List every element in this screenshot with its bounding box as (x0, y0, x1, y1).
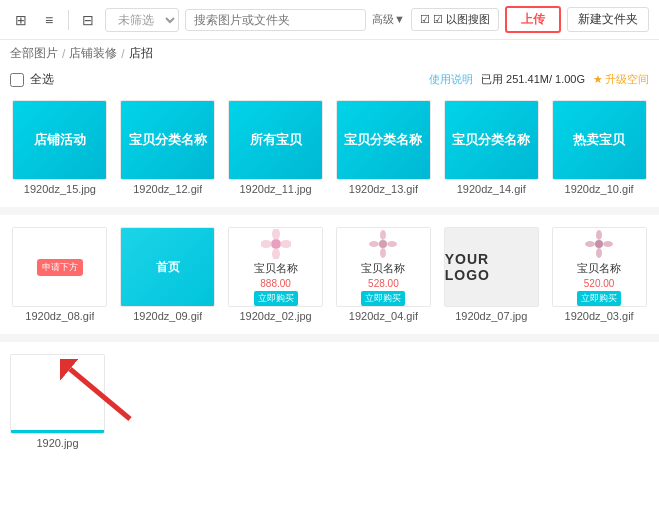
file-name: 1920dz_13.gif (349, 183, 418, 195)
file-name: 1920dz_12.gif (133, 183, 202, 195)
select-all-area: 全选 (10, 71, 54, 88)
select-all-label: 全选 (30, 71, 54, 88)
thumbnail[interactable]: 宝贝名称 528.00 立即购买 (336, 227, 431, 307)
file-name: 1920dz_03.gif (565, 310, 634, 322)
thumb-content: 宝贝名称 520.00 立即购买 (553, 228, 646, 306)
list-item: 宝贝名称 528.00 立即购买 1920dz_04.gif (334, 227, 434, 322)
svg-point-8 (369, 241, 379, 247)
thumb-content: 宝贝名称 888.00 立即购买 (229, 228, 322, 306)
svg-point-10 (595, 240, 603, 248)
sub-toolbar: 全选 使用说明 已用 251.41M/ 1.00G ★ 升级空间 (0, 67, 659, 92)
section-separator (0, 207, 659, 215)
thumbnail[interactable] (10, 354, 105, 434)
badge-label: 申请下方 (37, 259, 83, 276)
thumb-content (11, 355, 104, 433)
svg-point-4 (280, 240, 291, 248)
list-item: 宝贝名称 888.00 立即购买 1920dz_02.jpg (226, 227, 326, 322)
grid-view-icon[interactable]: ⊞ (10, 9, 32, 31)
svg-point-11 (596, 230, 602, 240)
product-name-label: 宝贝名称 (577, 261, 621, 276)
file-name: 1920dz_10.gif (565, 183, 634, 195)
breadcrumb-sep2: / (121, 47, 124, 61)
svg-point-9 (387, 241, 397, 247)
product-name-label: 宝贝名称 (361, 261, 405, 276)
image-grid-row3: 1920.jpg (0, 346, 659, 457)
list-item: 所有宝贝 1920dz_11.jpg (226, 100, 326, 195)
breadcrumb-shop-decor[interactable]: 店铺装修 (69, 45, 117, 62)
list-item: 宝贝名称 520.00 立即购买 1920dz_03.gif (549, 227, 649, 322)
file-name: 1920dz_15.jpg (24, 183, 96, 195)
thumbnail[interactable]: 热卖宝贝 (552, 100, 647, 180)
new-folder-button[interactable]: 新建文件夹 (567, 7, 649, 32)
thumbnail[interactable]: 首页 (120, 227, 215, 307)
breadcrumb: 全部图片 / 店铺装修 / 店招 (0, 40, 659, 67)
search-input[interactable] (185, 9, 366, 31)
thumbnail[interactable]: 宝贝名称 520.00 立即购买 (552, 227, 647, 307)
flower-decoration3 (584, 229, 614, 259)
svg-point-14 (603, 241, 613, 247)
section-separator2 (0, 334, 659, 342)
usage-link[interactable]: 使用说明 (429, 72, 473, 87)
file-name: 1920dz_14.gif (457, 183, 526, 195)
advanced-btn[interactable]: 高级▼ (372, 12, 405, 27)
product-price-label: 520.00 (584, 278, 615, 289)
list-item: 申请下方 1920dz_08.gif (10, 227, 110, 322)
thumbnail[interactable]: 宝贝分类名称 (336, 100, 431, 180)
thumb-content: 宝贝分类名称 (121, 101, 214, 179)
list-view-icon[interactable]: ≡ (38, 9, 60, 31)
thumbnail[interactable]: 宝贝分类名称 (120, 100, 215, 180)
image-search-icon: ☑ (420, 13, 430, 26)
storage-info: 使用说明 已用 251.41M/ 1.00G ★ 升级空间 (429, 72, 649, 87)
svg-point-12 (596, 248, 602, 258)
thumb-content: 店铺活动 (13, 101, 106, 179)
thumbnail[interactable]: 宝贝名称 888.00 立即购买 (228, 227, 323, 307)
thumb-content: 宝贝分类名称 (337, 101, 430, 179)
product-btn-label: 立即购买 (577, 291, 621, 306)
thumb-content: 所有宝贝 (229, 101, 322, 179)
thumb-content: 宝贝名称 528.00 立即购买 (337, 228, 430, 306)
product-btn-label: 立即购买 (254, 291, 298, 306)
upgrade-button[interactable]: ★ 升级空间 (593, 72, 649, 87)
thumb-content: 首页 (121, 228, 214, 306)
filter-select[interactable]: 未筛选 (105, 8, 179, 32)
product-price-label: 888.00 (260, 278, 291, 289)
product-btn-label: 立即购买 (361, 291, 405, 306)
svg-point-13 (585, 241, 595, 247)
svg-point-0 (271, 239, 281, 249)
list-item: 1920.jpg (10, 354, 105, 449)
svg-point-5 (379, 240, 387, 248)
svg-point-7 (380, 248, 386, 258)
thumb-content: 宝贝分类名称 (445, 101, 538, 179)
file-name: 1920dz_02.jpg (239, 310, 311, 322)
select-all-checkbox[interactable] (10, 73, 24, 87)
file-name: 1920dz_09.gif (133, 310, 202, 322)
upload-button[interactable]: 上传 (505, 6, 561, 33)
thumb-content: 热卖宝贝 (553, 101, 646, 179)
thumb-content: YOUR LOGO (445, 228, 538, 306)
file-name: 1920dz_11.jpg (239, 183, 311, 195)
used-storage: 已用 251.41M/ 1.00G (481, 72, 585, 87)
product-name-label: 宝贝名称 (254, 261, 298, 276)
thumbnail[interactable]: 所有宝贝 (228, 100, 323, 180)
thumbnail[interactable]: 店铺活动 (12, 100, 107, 180)
thumbnail[interactable]: 申请下方 (12, 227, 107, 307)
thumbnail[interactable]: YOUR LOGO (444, 227, 539, 307)
list-item: 首页 1920dz_09.gif (118, 227, 218, 322)
list-item: 热卖宝贝 1920dz_10.gif (549, 100, 649, 195)
image-search-btn[interactable]: ☑ ☑ 以图搜图 (411, 8, 499, 31)
thumbnail[interactable]: 宝贝分类名称 (444, 100, 539, 180)
breadcrumb-sep1: / (62, 47, 65, 61)
breadcrumb-current: 店招 (129, 45, 153, 62)
breadcrumb-all-images[interactable]: 全部图片 (10, 45, 58, 62)
sort-icon[interactable]: ⊟ (77, 9, 99, 31)
svg-point-6 (380, 230, 386, 240)
svg-point-1 (272, 229, 280, 240)
file-name: 1920dz_04.gif (349, 310, 418, 322)
file-name: 1920dz_07.jpg (455, 310, 527, 322)
list-item: 宝贝分类名称 1920dz_13.gif (334, 100, 434, 195)
file-name: 1920.jpg (36, 437, 78, 449)
flower-decoration2 (368, 229, 398, 259)
star-icon: ★ (593, 73, 603, 86)
product-price-label: 528.00 (368, 278, 399, 289)
file-name: 1920dz_08.gif (25, 310, 94, 322)
